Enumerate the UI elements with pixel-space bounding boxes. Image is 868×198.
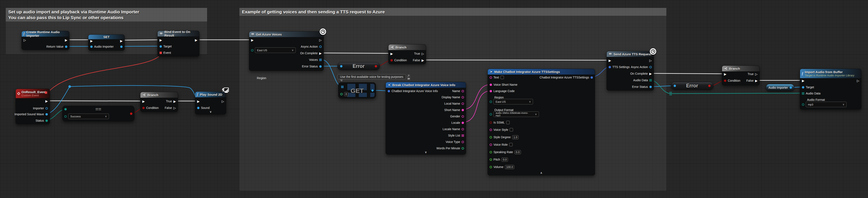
pitch-pin[interactable] bbox=[490, 159, 492, 161]
node-set-audio-importer[interactable]: SET ▶ ▶ Audio Importer bbox=[88, 34, 125, 51]
enum-out-pin[interactable] bbox=[45, 119, 48, 122]
on-complete-exec-pin[interactable]: ▶ bbox=[649, 72, 652, 75]
true-exec-pin[interactable]: ▷ bbox=[422, 52, 424, 55]
node-error-macro-1[interactable]: Error bbox=[337, 62, 380, 70]
false-exec-pin[interactable]: ▶ bbox=[422, 59, 424, 62]
voice-short-name-pin[interactable] bbox=[490, 84, 492, 86]
voice-style-input-box[interactable] bbox=[509, 128, 513, 132]
is-ssml-checkbox[interactable] bbox=[506, 121, 509, 124]
bubble-controls[interactable] bbox=[407, 74, 411, 80]
error-status-pin[interactable] bbox=[319, 65, 321, 68]
style-degree-value-box[interactable]: 1.0 bbox=[512, 135, 519, 139]
false-exec-pin[interactable]: ▷ bbox=[173, 106, 176, 110]
node-array-get[interactable]: GET 0 bbox=[338, 82, 376, 98]
region-dropdown[interactable]: East US ∨ bbox=[494, 99, 533, 105]
exec-out-pin[interactable]: ▶ bbox=[120, 39, 123, 43]
speaking-rate-pin[interactable] bbox=[490, 151, 492, 153]
voice-style-pin[interactable] bbox=[490, 129, 492, 131]
enum-a-pin[interactable] bbox=[64, 108, 67, 110]
error-out-pin[interactable] bbox=[375, 65, 377, 67]
node-break-azure-voice-info[interactable]: ◄⁚ Break Chatbot Integrator Azure Voice … bbox=[385, 82, 466, 154]
node-branch-1[interactable]: Branch ▶ True ▶ Condition False ▷ bbox=[140, 92, 178, 112]
object-out-pin[interactable] bbox=[120, 46, 123, 48]
true-exec-pin[interactable]: ▶ bbox=[173, 100, 176, 103]
node-import-audio-from-buffer[interactable]: f Import Audio from Buffer Target is Run… bbox=[800, 69, 861, 110]
struct-in-pin[interactable] bbox=[388, 90, 390, 92]
object-out-pin[interactable] bbox=[45, 107, 48, 110]
exec-out-pin[interactable]: ▷ bbox=[319, 38, 321, 42]
object-out-pin[interactable] bbox=[789, 86, 792, 89]
text-pin[interactable] bbox=[490, 76, 492, 79]
expand-chevron-icon[interactable]: ∨ bbox=[195, 110, 226, 113]
node-error-macro-2[interactable]: Error bbox=[671, 82, 713, 89]
on-complete-exec-pin[interactable]: ▶ bbox=[319, 52, 321, 55]
speaking-rate-value-box[interactable]: 0.0 bbox=[515, 150, 521, 154]
tts-settings-pin[interactable] bbox=[609, 66, 611, 68]
output-format-dropdown[interactable]: audio-16khz-32kbitrate-mono-mp3 ∨ bbox=[494, 111, 539, 117]
object-pin[interactable] bbox=[159, 45, 162, 48]
voice-role-input-box[interactable] bbox=[509, 143, 513, 146]
struct-out-pin[interactable] bbox=[591, 76, 593, 79]
array-in-pin[interactable] bbox=[341, 86, 343, 88]
async-action-pin[interactable] bbox=[649, 66, 652, 68]
exec-out-pin[interactable]: ▶ bbox=[45, 100, 48, 103]
output-format-enum-pin[interactable] bbox=[490, 113, 492, 115]
volume-pin[interactable] bbox=[490, 166, 492, 168]
node-create-runtime-audio-importer[interactable]: f Create Runtime Audio Importer ▷ ▶ Retu… bbox=[22, 31, 69, 50]
string-out-pin[interactable] bbox=[462, 109, 464, 111]
node-equal-enum[interactable]: == Success ∨ bbox=[62, 106, 134, 121]
error-out-pin[interactable] bbox=[708, 85, 711, 87]
int-out-pin[interactable] bbox=[462, 147, 464, 149]
exec-out-pin[interactable]: ▶ bbox=[195, 38, 197, 42]
string-out-pin[interactable] bbox=[462, 141, 464, 143]
collapse-chevron-icon[interactable]: ∧ bbox=[488, 171, 595, 174]
string-out-pin[interactable] bbox=[462, 128, 464, 130]
collapse-chevron-icon[interactable]: ∨ bbox=[386, 150, 466, 154]
index-pin[interactable] bbox=[340, 93, 343, 95]
blueprint-canvas[interactable]: Set up audio import and playback via Run… bbox=[0, 0, 868, 198]
node-branch-2[interactable]: Branch ▶ True ▷ Condition False ▶ bbox=[388, 44, 426, 64]
text-input-box[interactable] bbox=[500, 76, 504, 79]
bool-out-pin[interactable] bbox=[130, 113, 132, 115]
voice-role-pin[interactable] bbox=[490, 144, 492, 146]
speech-bubble-icon[interactable] bbox=[407, 78, 410, 80]
object-pin[interactable] bbox=[65, 46, 67, 48]
node-send-azure-tts-request[interactable]: Send Azure TTS Request ▶ ▷ TTS Settings … bbox=[607, 51, 654, 91]
exec-out-pin[interactable]: ▷ bbox=[649, 59, 652, 62]
language-code-pin[interactable] bbox=[490, 90, 492, 92]
string-out-pin[interactable] bbox=[462, 90, 464, 92]
true-exec-pin[interactable]: ▷ bbox=[755, 73, 757, 76]
pitch-value-box[interactable]: 0.0 bbox=[501, 158, 508, 162]
error-in-pin[interactable] bbox=[674, 85, 676, 87]
node-audio-importer-getter[interactable]: Audio Importer bbox=[766, 84, 794, 91]
sound-pin[interactable] bbox=[197, 107, 199, 109]
node-bind-event-to-on-result[interactable]: Bind Event to On Result ▶ ▶ Target Event bbox=[157, 31, 199, 57]
volume-value-box[interactable]: 100.0 bbox=[505, 165, 515, 169]
audio-data-array-pin[interactable] bbox=[802, 92, 804, 95]
audio-format-enum-pin[interactable] bbox=[802, 103, 804, 106]
string-out-pin[interactable] bbox=[462, 115, 464, 118]
voices-array-pin[interactable] bbox=[319, 59, 321, 61]
style-list-array-pin[interactable] bbox=[462, 134, 464, 137]
string-out-pin[interactable] bbox=[462, 96, 464, 98]
false-exec-pin[interactable]: ▶ bbox=[755, 79, 757, 82]
audio-data-array-pin[interactable] bbox=[649, 79, 652, 81]
pushpin-icon[interactable] bbox=[407, 75, 410, 77]
is-ssml-pin[interactable] bbox=[490, 121, 492, 124]
target-pin[interactable] bbox=[802, 86, 804, 88]
delegate-pin[interactable] bbox=[159, 52, 162, 54]
index-value-box[interactable]: 0 bbox=[344, 92, 348, 96]
error-in-pin[interactable] bbox=[340, 65, 342, 67]
node-onresult-custom-event[interactable]: OnResult_Event Custom Event ▶ Importer I… bbox=[16, 89, 50, 124]
node-comment-bubble[interactable]: Use the first available voice for testin… bbox=[337, 74, 411, 80]
node-make-azure-ttssettings[interactable]: ⁚► Make Chatbot Integrator Azure TTSSett… bbox=[488, 69, 595, 175]
object-out-pin[interactable] bbox=[45, 113, 48, 115]
string-out-pin[interactable] bbox=[462, 122, 464, 124]
region-enum-pin[interactable] bbox=[490, 101, 492, 103]
exec-out-pin[interactable]: ▶ bbox=[65, 38, 67, 42]
audio-format-dropdown[interactable]: mp3 ∨ bbox=[806, 102, 846, 107]
exec-out-pin[interactable]: ▷ bbox=[857, 79, 859, 82]
exec-out-pin[interactable]: ▷ bbox=[222, 100, 224, 103]
node-play-sound-2d[interactable]: f Play Sound 2D ▶ ▷ Sound ∨ bbox=[195, 91, 226, 114]
async-action-pin[interactable] bbox=[319, 46, 321, 48]
